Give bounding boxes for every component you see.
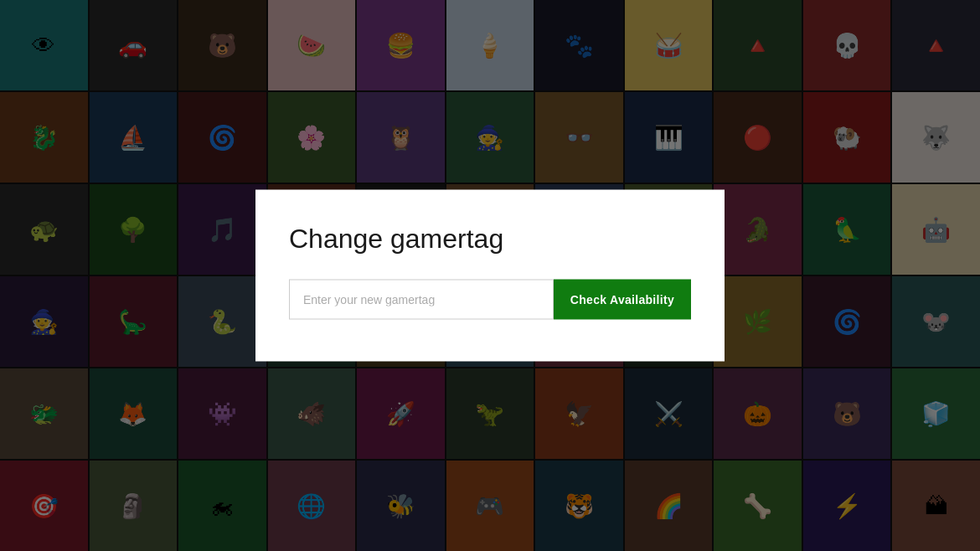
modal-title: Change gamertag (289, 224, 691, 255)
change-gamertag-modal: Change gamertag Check Availability (255, 190, 725, 362)
modal-input-row: Check Availability (289, 280, 691, 320)
check-availability-button[interactable]: Check Availability (554, 280, 691, 320)
gamertag-input[interactable] (289, 280, 554, 320)
